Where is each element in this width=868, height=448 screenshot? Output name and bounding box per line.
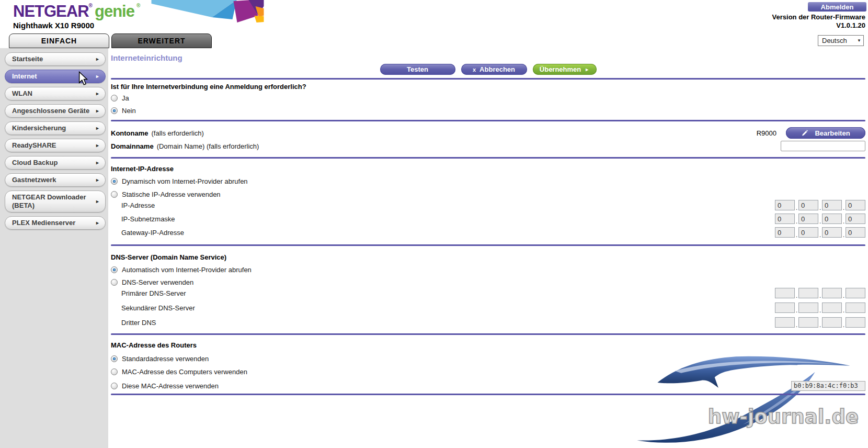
- section-divider: [111, 394, 865, 395]
- chevron-down-icon: ▼: [857, 38, 861, 43]
- page-title: Interneteinrichtung: [111, 53, 865, 62]
- registered-mark: ®: [136, 3, 140, 8]
- firmware-version: V1.0.1.20: [836, 21, 865, 29]
- login-yes-label: Ja: [122, 94, 129, 102]
- ip-section-title: Internet-IP-Adresse: [111, 165, 865, 173]
- ip-octet-input: [798, 200, 818, 210]
- gateway-row: Gateway-IP-Adresse ...: [111, 227, 865, 238]
- section-divider: [111, 333, 865, 335]
- login-no-label: Nein: [122, 107, 136, 115]
- account-name-hint: (falls erforderlich): [152, 129, 204, 137]
- subnet-octet-input: [775, 214, 795, 224]
- netgear-genie-logo: NETGEAR®genie®: [13, 2, 140, 21]
- header: NETGEAR®genie® Nighthawk X10 R9000 Abmel…: [0, 0, 868, 33]
- gateway-octet-input: [798, 227, 818, 238]
- dns-octet-input: [822, 288, 842, 298]
- language-select[interactable]: Deutsch ▼: [818, 35, 864, 46]
- brand-netgear: NETGEAR: [13, 2, 89, 20]
- sidebar-item-netgear-downloader[interactable]: NETGEAR Downloader (BETA) ►: [5, 191, 106, 212]
- dns-section-title: DNS-Server (Domain Name Service): [111, 253, 865, 261]
- gateway-octet-input: [775, 227, 795, 238]
- sidebar-item-cloud-backup[interactable]: Cloud Backup ►: [5, 156, 106, 170]
- genie-paper-plane-icon: [151, 0, 265, 24]
- logout-button[interactable]: Abmelden: [808, 2, 866, 12]
- dns-manual-radio[interactable]: [111, 279, 118, 286]
- router-model-label: Nighthawk X10 R9000: [13, 21, 94, 30]
- third-dns-label: Dritter DNS: [121, 319, 156, 327]
- ip-dynamic-row: Dynamisch vom Internet-Provider abrufen: [111, 177, 865, 185]
- sidebar-item-plex-medienserver[interactable]: PLEX Medienserver ►: [5, 216, 106, 230]
- dns-auto-radio[interactable]: [111, 266, 118, 273]
- primary-dns-label: Primärer DNS-Server: [121, 289, 186, 297]
- sidebar-item-readyshare[interactable]: ReadySHARE ►: [5, 139, 106, 152]
- primary-dns-row: Primärer DNS-Server ...: [111, 287, 865, 299]
- sidebar-item-wlan[interactable]: WLAN ►: [5, 87, 106, 100]
- mac-address-input: [791, 381, 865, 391]
- registered-mark: ®: [89, 3, 93, 8]
- sidebar-item-kindersicherung[interactable]: Kindersicherung ►: [5, 121, 106, 135]
- sidebar-item-startseite[interactable]: Startseite ►: [5, 52, 106, 66]
- tab-erweitert[interactable]: ERWEITERT: [111, 33, 212, 48]
- dns-octet-input: [822, 317, 842, 328]
- sidebar-item-internet[interactable]: Internet ►: [5, 70, 106, 83]
- subnet-octet-input: [846, 214, 865, 224]
- gateway-octets: ...: [775, 227, 865, 238]
- primary-dns-octets: ...: [775, 288, 865, 298]
- edit-button[interactable]: Bearbeiten: [786, 127, 865, 139]
- gateway-octet-input: [846, 227, 865, 238]
- dns-octet-input: [775, 288, 795, 298]
- dns-auto-row: Automatisch vom Internet-Provider abrufe…: [111, 265, 865, 274]
- secondary-dns-octets: ...: [775, 303, 865, 313]
- ip-static-radio[interactable]: [111, 191, 118, 198]
- dns-octet-input: [798, 288, 818, 298]
- login-yes-radio[interactable]: [111, 95, 118, 102]
- cancel-button[interactable]: x Abbrechen: [461, 64, 527, 75]
- gateway-octet-input: [822, 227, 842, 238]
- chevron-right-icon: ►: [95, 126, 100, 131]
- ip-static-row: Statische IP-Adresse verwenden: [111, 190, 865, 198]
- chevron-right-icon: ►: [95, 91, 100, 96]
- sidebar-item-angeschlossene-geraete[interactable]: Angeschlossene Geräte ►: [5, 104, 106, 118]
- mac-section-title: MAC-Adresse des Routers: [111, 341, 865, 349]
- login-no-row: Nein: [111, 106, 865, 115]
- account-name-row: Kontoname (falls erforderlich) R9000 Bea…: [111, 127, 865, 139]
- ip-dynamic-radio[interactable]: [111, 178, 118, 185]
- pencil-icon: [801, 129, 808, 137]
- chevron-right-icon: ►: [95, 160, 100, 165]
- mac-custom-radio[interactable]: [111, 383, 118, 389]
- mac-computer-radio[interactable]: [111, 368, 118, 375]
- chevron-right-icon: ►: [95, 199, 100, 204]
- dns-manual-row: DNS-Server verwenden: [111, 278, 865, 286]
- third-dns-octets: ...: [775, 317, 865, 328]
- domain-name-input[interactable]: [781, 141, 865, 151]
- subnet-octet-input: [822, 214, 842, 224]
- arrow-right-icon: ►: [585, 67, 589, 72]
- chevron-right-icon: ►: [95, 108, 100, 114]
- tab-einfach[interactable]: EINFACH: [9, 33, 109, 48]
- chevron-right-icon: ►: [95, 177, 100, 183]
- ip-address-row: IP-Adresse ...: [111, 199, 865, 211]
- dns-octet-input: [846, 317, 865, 328]
- chevron-right-icon: ►: [95, 143, 100, 148]
- section-divider: [111, 78, 865, 80]
- account-name-value: R9000: [757, 129, 776, 137]
- ip-octet-input: [846, 200, 865, 210]
- dns-octet-input: [798, 303, 818, 313]
- firmware-label: Version der Router-Firmware: [772, 13, 865, 21]
- ip-address-label: IP-Adresse: [121, 201, 155, 209]
- main-content: hw-journal.de Interneteinrichtung Testen…: [108, 48, 868, 448]
- domain-name-label: Domainname: [111, 142, 154, 150]
- section-divider: [111, 244, 865, 246]
- sidebar-item-gastnetzwerk[interactable]: Gastnetzwerk ►: [5, 173, 106, 187]
- mac-default-radio[interactable]: [111, 355, 118, 362]
- apply-button[interactable]: Übernehmen ►: [533, 64, 597, 75]
- ip-octet-input: [775, 200, 795, 210]
- subnet-mask-label: IP-Subnetzmaske: [121, 215, 175, 223]
- section-divider: [111, 157, 865, 159]
- login-no-radio[interactable]: [111, 107, 118, 114]
- chevron-right-icon: ►: [95, 57, 100, 62]
- test-button[interactable]: Testen: [380, 64, 455, 75]
- dns-octet-input: [798, 317, 818, 328]
- dns-octet-input: [822, 303, 842, 313]
- chevron-right-icon: ►: [95, 220, 100, 226]
